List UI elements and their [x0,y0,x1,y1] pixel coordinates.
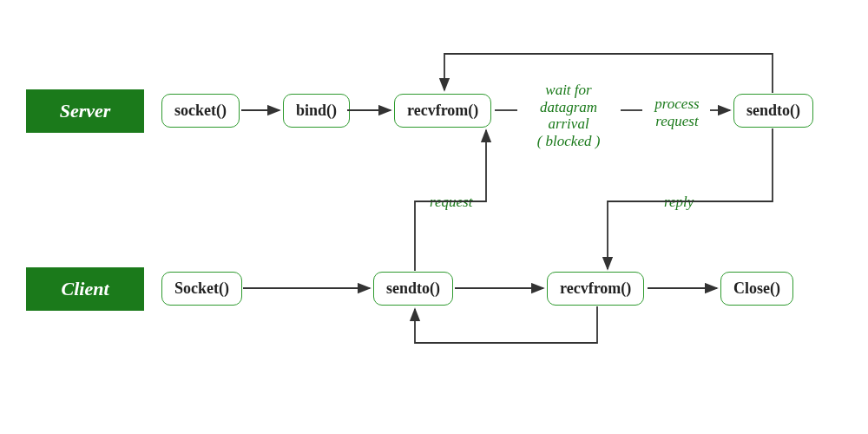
client-socket-node: Socket() [161,272,242,306]
server-socket-node: socket() [161,94,240,128]
server-sendto-node: sendto() [733,94,813,128]
arrows-layer [0,0,868,434]
client-close-node: Close() [720,272,793,306]
client-role-label: Client [26,267,144,311]
client-sendto-node: sendto() [373,272,453,306]
diagram-canvas: Server Client socket() bind() recvfrom()… [0,0,868,434]
server-bind-node: bind() [283,94,350,128]
server-role-label: Server [26,89,144,133]
server-recvfrom-node: recvfrom() [394,94,491,128]
process-label: processrequest [642,95,712,129]
wait-label: wait fordatagramarrival( blocked ) [516,82,621,149]
reply-label: reply [664,194,694,211]
request-label: request [430,194,472,211]
client-recvfrom-node: recvfrom() [547,272,644,306]
